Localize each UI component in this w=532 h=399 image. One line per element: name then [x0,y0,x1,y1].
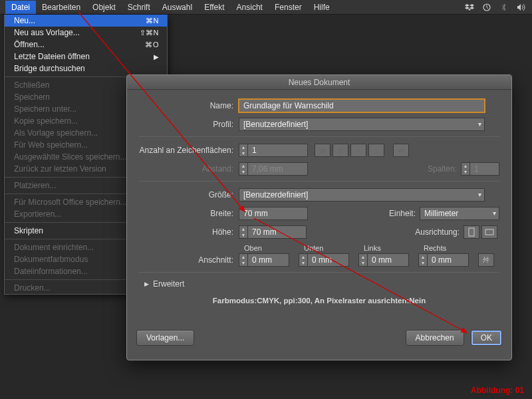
menu-label: Kopie speichern... [14,116,78,126]
menu-label: Schließen [14,80,49,90]
abstand-stepper: ▲▼ 7,06 mm [239,162,308,176]
menu-label: Platzieren... [14,181,56,190]
spalten-label: Spalten: [428,164,461,174]
chevron-down-icon: ▾ [478,120,481,128]
menu-shortcut: ⌘N [146,17,159,25]
vorlagen-button[interactable]: Vorlagen... [136,330,194,346]
abstand-value: 7,06 mm [248,162,308,176]
menu-shortcut: ⌘O [145,41,159,49]
spalten-stepper: ▲▼ 1 [461,162,499,176]
new-document-dialog: Neues Dokument Name: Profil: [Benutzerde… [126,74,512,360]
profil-label: Profil: [139,120,239,129]
arrange-ltr-icon: ⇄ [393,144,409,157]
menu-label: Öffnen... [14,40,45,49]
menu-label: Dokumentfarbmodus [14,255,88,264]
bleed-right-stepper[interactable]: ▲▼0 mm [418,253,469,267]
bleed-bottom-stepper[interactable]: ▲▼0 mm [299,253,349,267]
menu-label: Für Microsoft Office speichern... [14,198,127,207]
menu-label: Dokument einrichten... [14,243,94,252]
orientation-portrait-icon[interactable] [464,225,479,239]
menu-effekt[interactable]: Effekt [198,1,230,14]
einheit-label: Einheit: [389,209,420,218]
menu-label: Neu aus Vorlage... [14,28,80,37]
abbrechen-button[interactable]: Abbrechen [406,330,464,346]
breite-label: Breite: [139,209,239,218]
system-tray [464,3,527,12]
bleed-left-stepper[interactable]: ▲▼0 mm [358,253,409,267]
orientation-landscape-icon[interactable] [481,225,497,239]
bleed-top-stepper[interactable]: ▲▼0 mm [239,253,289,267]
grid-by-col-icon: ⊟ [332,144,348,157]
menu-item-oeffnen[interactable]: Öffnen... ⌘O [5,39,167,51]
profil-select[interactable]: [Benutzerdefiniert] ▾ [239,118,485,131]
menu-item-bridge[interactable]: Bridge durchsuchen [5,63,167,74]
document-summary: Farbmodus:CMYK, ppi:300, An Pixelraster … [139,297,499,305]
bleed-col-oben: Oben [244,244,285,252]
menu-label: Speichern [14,92,50,102]
menu-item-neu-vorlage[interactable]: Neu aus Vorlage... ⇧⌘N [5,27,167,39]
menu-fenster[interactable]: Fenster [269,1,308,14]
dropbox-icon[interactable] [464,3,475,12]
menu-objekt[interactable]: Objekt [86,1,122,14]
bleed-col-unten: Unten [304,244,345,252]
menu-label: Letzte Dateien öffnen [14,52,90,61]
menu-label: Als Vorlage speichern... [14,128,98,138]
menu-datei[interactable]: Datei [5,1,36,14]
menu-label: Skripten [14,226,43,235]
menu-label: Exportieren... [14,209,61,219]
menu-label: Zurück zur letzten Version [14,164,106,174]
dialog-title: Neues Dokument [289,78,350,87]
menu-schrift[interactable]: Schrift [122,1,156,14]
groesse-select[interactable]: [Benutzerdefiniert] ▾ [239,188,485,201]
sync-icon[interactable] [481,3,492,12]
ausrichtung-label: Ausrichtung: [415,227,464,237]
bleed-col-links: Links [364,244,405,252]
menu-label: Ausgewählte Slices speichern... [14,152,126,162]
dialog-titlebar[interactable]: Neues Dokument [127,75,511,90]
breite-input[interactable] [239,207,308,220]
menu-shortcut: ⇧⌘N [140,29,159,37]
svg-rect-2 [485,229,493,235]
einheit-select[interactable]: Millimeter ▾ [420,207,499,220]
bleed-col-rechts: Rechts [424,244,465,252]
menu-label: Neu... [14,16,35,25]
chevron-down-icon: ▾ [478,191,481,198]
profil-value: [Benutzerdefiniert] [243,120,308,129]
abstand-label: Abstand: [139,164,239,174]
groesse-value: [Benutzerdefiniert] [243,190,308,200]
menu-label: Für Web speichern... [14,140,88,150]
menu-label: Speichern unter... [14,104,76,114]
advanced-label: Erweitert [153,279,184,289]
ok-button[interactable]: OK [471,330,502,346]
figure-caption: Abbildung: 01 [471,386,524,395]
link-bleed-icon[interactable]: ⾇ [478,253,494,267]
menu-hilfe[interactable]: Hilfe [308,1,336,14]
name-label: Name: [139,101,239,110]
menu-label: Drucken... [14,283,51,293]
chevron-down-icon: ▾ [493,209,496,217]
volume-icon[interactable] [516,3,527,12]
menu-bearbeiten[interactable]: Bearbeiten [36,1,86,14]
artboards-value: 1 [248,144,308,157]
name-input[interactable] [239,99,485,112]
artboards-stepper[interactable]: ▲▼ 1 [239,144,308,157]
menu-ansicht[interactable]: Ansicht [231,1,269,14]
spalten-value: 1 [470,162,499,176]
menu-auswahl[interactable]: Auswahl [156,1,198,14]
hoehe-stepper[interactable]: ▲▼ 70 mm [239,225,307,239]
divider [139,181,499,182]
arrange-down-icon: ↓ [368,144,384,157]
menu-item-letzte[interactable]: Letzte Dateien öffnen ▶ [5,51,167,63]
advanced-toggle[interactable]: ▶ Erweitert [144,279,499,289]
bluetooth-icon[interactable] [499,3,509,12]
menu-item-neu[interactable]: Neu... ⌘N [5,15,167,27]
arrange-right-icon: → [350,144,366,157]
submenu-arrow-icon: ▶ [154,53,159,61]
disclosure-triangle-icon: ▶ [144,281,149,287]
anschnitt-label: Anschnitt: [139,255,239,265]
artboards-label: Anzahl an Zeichenflächen: [139,146,239,155]
einheit-value: Millimeter [424,209,458,218]
divider [139,136,499,137]
grid-by-row-icon: ⊞ [315,144,331,157]
menu-label: Dateiinformationen... [14,267,88,276]
